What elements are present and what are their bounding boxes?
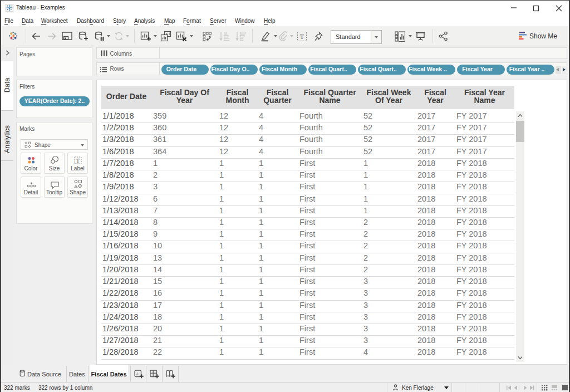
- svg-text:T: T: [76, 158, 80, 164]
- svg-text:T: T: [300, 33, 304, 41]
